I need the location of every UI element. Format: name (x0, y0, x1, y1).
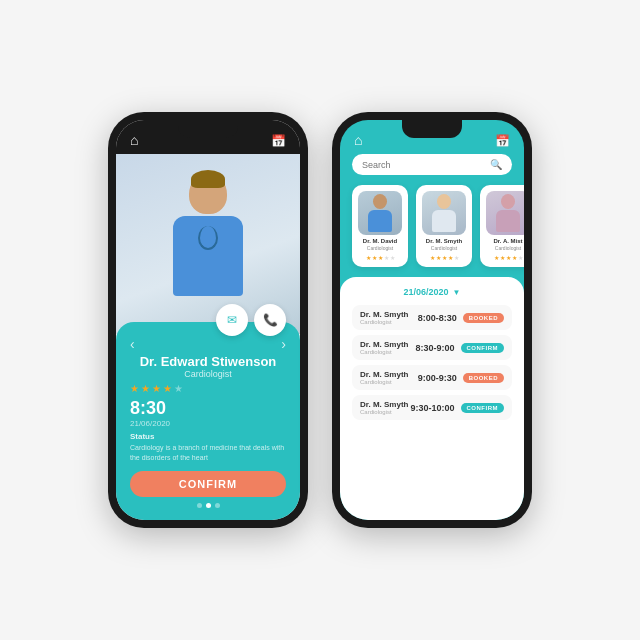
search-bar[interactable]: 🔍 (352, 154, 512, 175)
schedule-time-3: 9:00-9:30 (418, 373, 457, 383)
schedule-item-2[interactable]: Dr. M. Smyth Cardiologist 8:30-9:00 CONF… (352, 335, 512, 360)
calendar-icon[interactable]: 📅 (271, 134, 286, 148)
card-spec-2: Cardiologist (422, 245, 466, 251)
schedule-badge-1: BOOKED (463, 313, 504, 323)
doctor-card-2[interactable]: Dr. M. Smyth Cardiologist ★★★★★ (416, 185, 472, 267)
doctor-head (189, 174, 227, 214)
schedule-spec-1: Cardiologist (360, 319, 408, 325)
calendar-icon-right[interactable]: 📅 (495, 134, 510, 148)
star-3: ★ (152, 383, 161, 394)
date-chevron[interactable]: ▼ (453, 288, 461, 297)
doctor-hair (191, 170, 225, 188)
appointment-date: 21/06/2020 (130, 419, 286, 428)
schedule-spec-2: Cardiologist (360, 349, 408, 355)
notch-right (402, 120, 462, 138)
schedule-item-1[interactable]: Dr. M. Smyth Cardiologist 8:00-8:30 BOOK… (352, 305, 512, 330)
pagination-dots (130, 503, 286, 508)
action-icons: ✉ 📞 (216, 304, 286, 336)
doctor-specialty: Cardiologist (130, 369, 286, 379)
doctor-description: Cardiology is a branch of medicine that … (130, 443, 286, 463)
prev-arrow[interactable]: ‹ (130, 336, 135, 352)
right-screen: ⌂ 📅 🔍 (340, 120, 524, 520)
schedule-name-2: Dr. M. Smyth (360, 340, 408, 349)
dot-3 (215, 503, 220, 508)
schedule-badge-2: CONFIRM (461, 343, 505, 353)
status-label: Status (130, 432, 286, 441)
schedule-info-2: Dr. M. Smyth Cardiologist (360, 340, 408, 355)
card-stars-3: ★★★★★ (486, 254, 524, 261)
schedule-item-3[interactable]: Dr. M. Smyth Cardiologist 9:00-9:30 BOOK… (352, 365, 512, 390)
schedule-item-4[interactable]: Dr. M. Smyth Cardiologist 9:30-10:00 CON… (352, 395, 512, 420)
schedule-name-4: Dr. M. Smyth (360, 400, 408, 409)
phone-right: ⌂ 📅 🔍 (332, 112, 532, 528)
schedule-info-3: Dr. M. Smyth Cardiologist (360, 370, 408, 385)
next-arrow[interactable]: › (281, 336, 286, 352)
card-stars-2: ★★★★★ (422, 254, 466, 261)
schedule-badge-4: CONFIRM (461, 403, 505, 413)
star-2: ★ (141, 383, 150, 394)
schedule-section: 21/06/2020 ▼ Dr. M. Smyth Cardiologist 8… (340, 277, 524, 520)
phone-left: ⌂ 📅 (108, 112, 308, 528)
doctor-card-3[interactable]: Dr. A. Mist Cardiologist ★★★★★ (480, 185, 524, 267)
home-icon[interactable]: ⌂ (130, 132, 138, 148)
schedule-time-1: 8:00-8:30 (418, 313, 457, 323)
doctor-info-card: ✉ 📞 ‹ › Dr. Edward Stiwenson Cardiologis… (116, 322, 300, 520)
search-input[interactable] (362, 160, 484, 170)
card-name-1: Dr. M. David (358, 238, 402, 244)
schedule-time-2: 8:30-9:00 (415, 343, 454, 353)
card-spec-1: Cardiologist (358, 245, 402, 251)
dot-2 (206, 503, 211, 508)
appointment-time: 8:30 (130, 398, 286, 419)
message-icon[interactable]: ✉ (216, 304, 248, 336)
doctor-card-1[interactable]: Dr. M. David Cardiologist ★★★★★ (352, 185, 408, 267)
main-scene: ⌂ 📅 (108, 112, 532, 528)
card-name-2: Dr. M. Smyth (422, 238, 466, 244)
doctors-row: Dr. M. David Cardiologist ★★★★★ (340, 185, 524, 277)
star-4: ★ (163, 383, 172, 394)
schedule-info-4: Dr. M. Smyth Cardiologist (360, 400, 408, 415)
search-icon: 🔍 (490, 159, 502, 170)
schedule-time-4: 9:30-10:00 (410, 403, 454, 413)
schedule-spec-3: Cardiologist (360, 379, 408, 385)
schedule-info-1: Dr. M. Smyth Cardiologist (360, 310, 408, 325)
doctor-img-1 (358, 191, 402, 235)
stethoscope (198, 226, 218, 250)
schedule-badge-3: BOOKED (463, 373, 504, 383)
phone-icon[interactable]: 📞 (254, 304, 286, 336)
schedule-name-1: Dr. M. Smyth (360, 310, 408, 319)
doctor-img-3 (486, 191, 524, 235)
confirm-button[interactable]: CONFIRM (130, 471, 286, 497)
card-spec-3: Cardiologist (486, 245, 524, 251)
doctor-img-2 (422, 191, 466, 235)
nav-arrows: ‹ › (130, 336, 286, 352)
dot-1 (197, 503, 202, 508)
home-icon-right[interactable]: ⌂ (354, 132, 362, 148)
star-1: ★ (130, 383, 139, 394)
card-name-3: Dr. A. Mist (486, 238, 524, 244)
schedule-date-text: 21/06/2020 (404, 287, 449, 297)
doctor-body (173, 216, 243, 296)
schedule-spec-4: Cardiologist (360, 409, 408, 415)
doctor-name: Dr. Edward Stiwenson (130, 354, 286, 369)
notch-left (178, 120, 238, 138)
star-rating: ★ ★ ★ ★ ★ (130, 383, 286, 394)
card-stars-1: ★★★★★ (358, 254, 402, 261)
left-screen: ⌂ 📅 (116, 120, 300, 520)
schedule-date: 21/06/2020 ▼ (352, 287, 512, 297)
star-5: ★ (174, 383, 183, 394)
schedule-name-3: Dr. M. Smyth (360, 370, 408, 379)
